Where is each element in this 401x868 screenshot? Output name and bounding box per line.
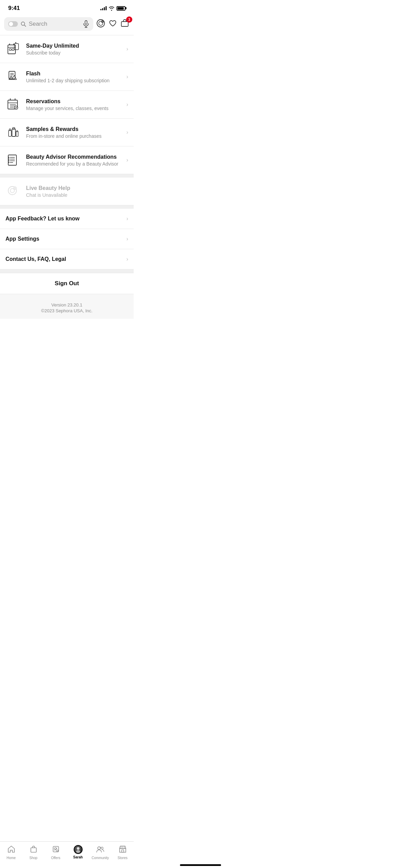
samples-item[interactable]: Samples & Rewards From in-store and onli…	[0, 119, 134, 146]
settings-item[interactable]: App Settings ›	[0, 229, 134, 249]
reservations-item[interactable]: Reservations Manage your services, class…	[0, 91, 134, 119]
svg-rect-32	[12, 129, 15, 136]
status-icons	[100, 6, 125, 11]
search-bar[interactable]: Search	[4, 17, 93, 31]
svg-rect-14	[12, 49, 14, 50]
cart-icon-button[interactable]: 3	[120, 19, 130, 29]
samples-text: Samples & Rewards From in-store and onli…	[26, 126, 121, 139]
flash-icon	[5, 69, 21, 84]
feedback-label: App Feedback? Let us know	[5, 216, 126, 222]
reservations-title: Reservations	[26, 98, 121, 105]
simple-list: App Feedback? Let us know › App Settings…	[0, 209, 134, 269]
status-bar: 9:41	[0, 0, 134, 14]
svg-rect-2	[85, 21, 87, 24]
live-help-item: Live Beauty Help Chat is Unavailable	[0, 178, 134, 205]
svg-rect-33	[13, 128, 15, 129]
samples-subtitle: From in-store and online purchases	[26, 133, 121, 139]
svg-point-41	[9, 159, 10, 160]
reservations-icon	[5, 97, 21, 112]
version-section: Version 23.20.1 ©2023 Sephora USA, Inc.	[0, 294, 134, 319]
advisor-icon	[5, 153, 21, 168]
flash-subtitle: Unlimited 1-2 day shipping subscription	[26, 78, 121, 83]
svg-point-40	[9, 157, 10, 158]
wifi-icon	[109, 6, 114, 11]
live-help-title: Live Beauty Help	[26, 185, 128, 191]
chevron-icon: ›	[126, 101, 128, 108]
same-day-title: Same-Day Unlimited	[26, 43, 121, 49]
chevron-icon: ›	[126, 129, 128, 135]
copyright-text: ©2023 Sephora USA, Inc.	[5, 308, 128, 313]
svg-point-43	[9, 162, 10, 163]
advisor-item[interactable]: Beauty Advisor Recommendations Recommend…	[0, 146, 134, 174]
svg-point-42	[9, 160, 10, 161]
samples-title: Samples & Rewards	[26, 126, 121, 132]
sign-out-button[interactable]: Sign Out	[0, 273, 134, 294]
svg-point-29	[14, 106, 18, 109]
svg-line-1	[24, 25, 26, 26]
same-day-text: Same-Day Unlimited Subscribe today	[26, 43, 121, 56]
advisor-text: Beauty Advisor Recommendations Recommend…	[26, 154, 121, 167]
live-help-icon	[5, 184, 21, 199]
top-bar: Search 3	[0, 14, 134, 35]
section-divider-2	[0, 205, 134, 209]
feedback-item[interactable]: App Feedback? Let us know ›	[0, 209, 134, 229]
main-content: Same-Day Unlimited Subscribe today › Fla…	[0, 35, 134, 353]
advisor-title: Beauty Advisor Recommendations	[26, 154, 121, 160]
reservations-subtitle: Manage your services, classes, events	[26, 106, 121, 111]
chevron-icon: ›	[126, 256, 128, 262]
chevron-icon: ›	[126, 157, 128, 163]
flash-title: Flash	[26, 71, 121, 77]
settings-label: App Settings	[5, 236, 126, 242]
heart-icon	[108, 19, 117, 28]
wishlist-icon-button[interactable]	[108, 19, 117, 29]
sign-out-label: Sign Out	[55, 280, 79, 287]
samples-icon	[5, 125, 21, 140]
contact-label: Contact Us, FAQ, Legal	[5, 256, 126, 262]
section-divider-3	[0, 269, 134, 273]
svg-point-5	[97, 20, 105, 27]
svg-rect-34	[16, 132, 18, 136]
chevron-icon: ›	[126, 236, 128, 242]
signal-icon	[100, 6, 107, 10]
chevron-icon: ›	[126, 74, 128, 80]
flash-text: Flash Unlimited 1-2 day shipping subscri…	[26, 71, 121, 83]
mic-icon	[83, 20, 89, 28]
svg-rect-13	[9, 49, 11, 50]
live-help-text: Live Beauty Help Chat is Unavailable	[26, 185, 128, 198]
chevron-icon: ›	[126, 46, 128, 52]
chat-icon-button[interactable]	[96, 19, 106, 29]
reservations-text: Reservations Manage your services, class…	[26, 98, 121, 111]
svg-rect-8	[121, 22, 128, 26]
chevron-icon: ›	[126, 216, 128, 222]
battery-icon	[117, 6, 125, 11]
contact-item[interactable]: Contact Us, FAQ, Legal ›	[0, 249, 134, 269]
same-day-item[interactable]: Same-Day Unlimited Subscribe today ›	[0, 35, 134, 63]
chat-icon	[96, 19, 106, 28]
cart-badge: 3	[126, 16, 132, 23]
search-toggle[interactable]	[8, 21, 18, 27]
svg-rect-30	[9, 130, 11, 136]
same-day-icon	[5, 41, 21, 57]
svg-rect-35	[8, 155, 16, 165]
advisor-subtitle: Recommended for you by a Beauty Advisor	[26, 161, 121, 167]
search-icon	[21, 21, 26, 27]
svg-point-17	[15, 42, 16, 43]
menu-list: Same-Day Unlimited Subscribe today › Fla…	[0, 35, 134, 174]
section-divider	[0, 174, 134, 178]
search-placeholder: Search	[29, 21, 80, 27]
live-help-subtitle: Chat is Unavailable	[26, 192, 128, 198]
same-day-subtitle: Subscribe today	[26, 50, 121, 56]
svg-rect-15	[14, 44, 19, 50]
version-text: Version 23.20.1	[5, 302, 128, 308]
status-time: 9:41	[8, 5, 20, 12]
flash-item[interactable]: Flash Unlimited 1-2 day shipping subscri…	[0, 63, 134, 91]
